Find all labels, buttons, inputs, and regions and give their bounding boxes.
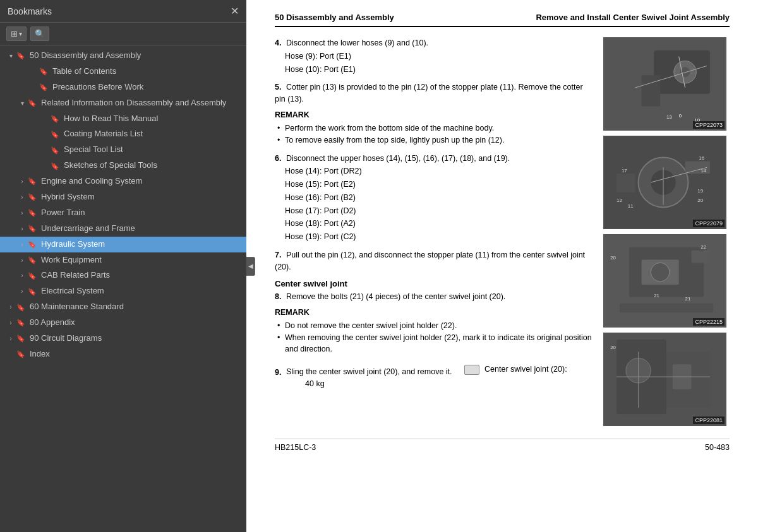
svg-rect-28 xyxy=(691,251,710,263)
bookmark-icon: 🔖 xyxy=(28,256,38,264)
svg-text:22: 22 xyxy=(701,244,706,250)
bookmark-item-toc[interactable]: 🔖Table of Contents xyxy=(0,64,246,80)
bookmark-label: 90 Circuit Diagrams xyxy=(30,333,241,344)
image-3: 20 22 21 21 CPP22215 xyxy=(603,234,726,328)
sidebar-header: Bookmarks ✕ xyxy=(0,0,246,23)
step-text-6: Disconnect the upper hoses (14), (15), (… xyxy=(286,154,510,163)
step-num-4: 4. xyxy=(275,38,281,47)
svg-text:21: 21 xyxy=(685,296,691,302)
bookmark-item-electrical[interactable]: 🔖Electrical System xyxy=(0,283,246,299)
bookmark-item-precautions[interactable]: 🔖Precautions Before Work xyxy=(0,80,246,95)
bookmark-label: 60 Maintenance Standard xyxy=(30,302,241,312)
bookmark-icon: 🔖 xyxy=(28,208,38,217)
bookmark-item-hydraulic[interactable]: 🔖Hydraulic System xyxy=(0,237,246,252)
collapse-sidebar-button[interactable]: ◀ xyxy=(246,257,255,276)
remark-item-5a: Perform the work from the bottom side of… xyxy=(275,123,593,134)
image-4-label: CPP22081 xyxy=(693,417,725,424)
bookmark-item-undercarriage[interactable]: 🔖Undercarriage and Frame xyxy=(0,221,246,237)
bookmark-label: Related Information on Disassembly and A… xyxy=(41,98,241,109)
svg-text:14: 14 xyxy=(701,168,706,174)
expander-icon xyxy=(16,256,28,264)
svg-text:20: 20 xyxy=(697,198,703,203)
step-5: 5. Cotter pin (13) is provided to the pi… xyxy=(275,81,593,146)
bookmark-item-s90[interactable]: 🔖90 Circuit Diagrams xyxy=(0,331,246,346)
expander-icon xyxy=(5,52,16,60)
bookmark-item-power[interactable]: 🔖Power Train xyxy=(0,205,246,221)
bookmark-item-sketches[interactable]: 🔖Sketches of Special Tools xyxy=(0,158,246,174)
bookmark-label: 80 Appendix xyxy=(30,317,241,328)
main-content: 50 Disassembly and Assembly Remove and I… xyxy=(246,0,758,532)
bookmark-item-related[interactable]: 🔖Related Information on Disassembly and … xyxy=(0,95,246,111)
svg-text:21: 21 xyxy=(654,293,659,299)
bookmark-icon: 🔖 xyxy=(28,240,38,249)
step-9: 9. Sling the center swivel joint (20), a… xyxy=(275,361,593,390)
bookmark-search-button[interactable]: 🔍 xyxy=(30,27,49,41)
step-8: 8. Remove the bolts (21) (4 pieces) of t… xyxy=(275,291,593,355)
bookmark-label: Undercarriage and Frame xyxy=(41,223,241,234)
remark-item-8a: Do not remove the center swivel joint ho… xyxy=(275,321,593,332)
svg-text:13: 13 xyxy=(666,114,672,120)
page-footer: HB215LC-3 50-483 xyxy=(275,439,730,452)
svg-text:20: 20 xyxy=(610,255,616,261)
expander-icon xyxy=(16,209,28,217)
expand-all-button[interactable]: ⊞ ▾ xyxy=(6,27,27,41)
bookmark-label: Index xyxy=(30,349,241,360)
image-3-label: CPP22215 xyxy=(693,318,725,326)
expander-icon xyxy=(16,177,28,186)
close-button[interactable]: ✕ xyxy=(231,5,239,17)
bookmark-item-engine[interactable]: 🔖Engine and Cooling System xyxy=(0,174,246,189)
expander-icon xyxy=(5,303,16,311)
bookmark-icon: 🔖 xyxy=(39,67,49,76)
svg-rect-4 xyxy=(642,75,661,106)
bookmark-item-s50[interactable]: 🔖50 Disassembly and Assembly xyxy=(0,48,246,64)
expander-icon xyxy=(5,319,16,327)
svg-point-27 xyxy=(651,263,670,281)
bookmark-icon: 🔖 xyxy=(51,146,61,155)
step-sub-4b: Hose (10): Port (E1) xyxy=(275,64,593,76)
svg-text:20: 20 xyxy=(610,345,616,350)
image-2: 16 14 17 19 20 12 11 CPP22079 xyxy=(603,136,726,229)
bookmark-item-hybrid[interactable]: 🔖Hybrid System xyxy=(0,189,246,205)
step-sub-4a: Hose (9): Port (E1) xyxy=(275,50,593,62)
bookmark-label: Coating Materials List xyxy=(64,129,241,139)
bookmark-item-index[interactable]: 🔖Index xyxy=(0,346,246,362)
step-text-4: Disconnect the lower hoses (9) and (10). xyxy=(286,38,428,47)
remark-label-5: REMARK xyxy=(275,109,593,121)
bookmark-label: Precautions Before Work xyxy=(52,82,241,93)
expander-icon xyxy=(16,225,28,233)
step-sub-6f: Hose (19): Port (C2) xyxy=(275,231,593,243)
image-1-label: CPP22073 xyxy=(693,121,725,129)
sidebar: Bookmarks ✕ ⊞ ▾ 🔍 🔖50 Disassembly and As… xyxy=(0,0,246,532)
bookmark-icon: 🔖 xyxy=(28,287,38,296)
sidebar-toolbar: ⊞ ▾ 🔍 xyxy=(0,23,246,45)
expander-icon xyxy=(16,193,28,201)
step-text-8: Remove the bolts (21) (4 pieces) of the … xyxy=(286,292,505,301)
bookmark-icon: 🔖 xyxy=(28,271,38,280)
bookmark-icon: 🔖 xyxy=(28,98,38,107)
chevron-down-icon: ▾ xyxy=(19,30,22,37)
bookmark-item-work[interactable]: 🔖Work Equipment xyxy=(0,252,246,268)
bookmark-icon: 🔖 xyxy=(51,162,61,170)
step-num-6: 6. xyxy=(275,154,281,163)
bookmark-item-special[interactable]: 🔖Special Tool List xyxy=(0,142,246,158)
bookmark-item-s60[interactable]: 🔖60 Maintenance Standard xyxy=(0,299,246,315)
bookmark-item-cab[interactable]: 🔖CAB Related Parts xyxy=(0,268,246,283)
bookmark-item-s80[interactable]: 🔖80 Appendix xyxy=(0,315,246,331)
bookmark-label: Electrical System xyxy=(41,286,241,297)
footer-page: 50-483 xyxy=(705,443,730,452)
bookmark-label: How to Read This Manual xyxy=(64,114,241,124)
svg-text:12: 12 xyxy=(617,198,622,203)
bookmark-icon: 🔖 xyxy=(51,114,61,123)
step-6: 6. Disconnect the upper hoses (14), (15)… xyxy=(275,153,593,243)
svg-text:17: 17 xyxy=(622,168,627,174)
weight-label: Center swivel joint (20): xyxy=(484,364,567,375)
bookmark-icon: 🔖 xyxy=(28,192,38,201)
weight-value: 40 kg xyxy=(275,378,593,390)
bookmark-item-coating[interactable]: 🔖Coating Materials List xyxy=(0,126,246,142)
bookmark-label: CAB Related Parts xyxy=(41,270,241,281)
bookmark-item-howto[interactable]: 🔖How to Read This Manual xyxy=(0,111,246,127)
bookmark-icon: 🔖 xyxy=(51,130,61,139)
svg-point-3 xyxy=(680,67,690,77)
bookmark-label: 50 Disassembly and Assembly xyxy=(30,50,241,61)
weight-icon xyxy=(464,365,479,375)
